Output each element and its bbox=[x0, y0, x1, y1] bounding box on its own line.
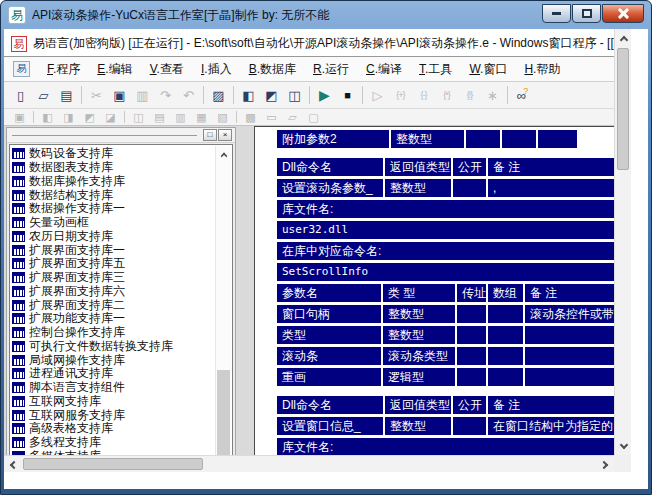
table-label-cell[interactable]: 库文件名: bbox=[277, 438, 631, 456]
table-cell[interactable] bbox=[453, 179, 486, 197]
pause-button[interactable]: ∗ bbox=[481, 85, 504, 106]
cut-button[interactable]: ✂ bbox=[85, 85, 108, 106]
table-cell[interactable]: 重画 bbox=[277, 368, 381, 386]
table-cell[interactable]: 整数型 bbox=[391, 130, 464, 148]
table-cell[interactable]: 附加参数2 bbox=[277, 130, 389, 148]
table-cell[interactable]: 整数型 bbox=[383, 305, 455, 323]
library-item[interactable]: 扩展界面支持库三 bbox=[12, 271, 214, 285]
library-item[interactable]: 控制台操作支持库 bbox=[12, 326, 214, 340]
menu-b[interactable]: B.数据库 bbox=[249, 61, 296, 78]
table-cell[interactable]: 类型 bbox=[277, 326, 381, 344]
maximize-button[interactable] bbox=[572, 4, 601, 23]
table-cell[interactable]: 设置滚动条参数_ bbox=[277, 179, 383, 197]
library-item[interactable]: 扩展界面支持库二 bbox=[12, 298, 214, 312]
library-item[interactable]: 互联网服务支持库 bbox=[12, 408, 214, 422]
menu-c[interactable]: C.编译 bbox=[366, 61, 402, 78]
menu-h[interactable]: H.帮助 bbox=[524, 61, 560, 78]
table-header-cell[interactable]: 返回值类型 bbox=[385, 396, 451, 414]
align-top-button[interactable]: ▥ bbox=[170, 110, 191, 124]
table-cell[interactable] bbox=[538, 130, 577, 148]
copy-button[interactable]: ▣ bbox=[108, 85, 131, 106]
library-scroll-up-button[interactable] bbox=[216, 146, 232, 161]
debug-run-button[interactable]: ▷ bbox=[366, 85, 389, 106]
table-cell[interactable]: 滚动条 bbox=[277, 347, 381, 365]
scroll-left-button[interactable] bbox=[4, 456, 21, 472]
library-item[interactable]: 数码设备支持库 bbox=[12, 147, 214, 161]
space-equal-h-button[interactable]: ▭ bbox=[261, 110, 282, 124]
library-scrollbar[interactable] bbox=[215, 146, 231, 472]
form-grid-button[interactable]: ▣ bbox=[9, 110, 30, 124]
table-cell[interactable] bbox=[488, 347, 523, 365]
menu-w[interactable]: W.窗口 bbox=[469, 61, 507, 78]
remove-breakpoint-button[interactable]: {-} bbox=[412, 85, 435, 106]
table-cell[interactable] bbox=[488, 326, 523, 344]
library-item[interactable]: 数据图表支持库 bbox=[12, 161, 214, 175]
library-item[interactable]: 扩展功能支持库一 bbox=[12, 312, 214, 326]
layout-split-top-button[interactable]: ◩ bbox=[260, 85, 283, 106]
menu-v[interactable]: V.查看 bbox=[150, 61, 184, 78]
make-same-width-button[interactable]: ▧ bbox=[212, 110, 233, 124]
close-button[interactable] bbox=[602, 4, 644, 23]
menu-e[interactable]: E.编辑 bbox=[97, 61, 132, 78]
minimize-button[interactable] bbox=[542, 4, 571, 23]
library-item[interactable]: 可执行文件数据转换支持库 bbox=[12, 340, 214, 354]
size-to-grid-button[interactable]: ▢ bbox=[303, 110, 324, 124]
center-vertical-button[interactable]: ▤ bbox=[149, 110, 170, 124]
table-label-cell[interactable]: 库文件名: bbox=[277, 200, 631, 218]
library-item[interactable]: 高级表格支持库 bbox=[12, 422, 214, 436]
space-equal-v-button[interactable]: ▱ bbox=[282, 110, 303, 124]
horizontal-scrollbar[interactable] bbox=[4, 455, 614, 472]
library-item[interactable]: 数据结构支持库 bbox=[12, 188, 214, 202]
table-header-cell[interactable]: 参数名 bbox=[277, 284, 381, 302]
table-cell[interactable] bbox=[488, 305, 523, 323]
save-file-button[interactable]: ▤ bbox=[55, 85, 78, 106]
table-header-cell[interactable]: Dll命令名 bbox=[277, 158, 383, 176]
vertical-scroll-thumb[interactable] bbox=[617, 48, 629, 170]
table-header-cell[interactable]: 备 注 bbox=[488, 396, 631, 414]
align-bottom-button[interactable]: ▦ bbox=[191, 110, 212, 124]
layout-split-left-button[interactable]: ◧ bbox=[237, 85, 260, 106]
attach-left-button[interactable]: ◧ bbox=[37, 110, 58, 124]
table-cell[interactable]: 滚动条类型 bbox=[383, 347, 455, 365]
undo-button[interactable]: ↶ bbox=[177, 85, 200, 106]
table-header-cell[interactable]: 数组 bbox=[488, 284, 523, 302]
table-cell[interactable] bbox=[457, 368, 486, 386]
table-header-cell[interactable]: 公开 bbox=[453, 158, 486, 176]
vertical-scrollbar[interactable] bbox=[614, 29, 631, 455]
menu-i[interactable]: I.插入 bbox=[201, 61, 232, 78]
table-cell[interactable]: 整数型 bbox=[385, 179, 451, 197]
find-command-button[interactable]: ∞? bbox=[511, 85, 534, 106]
menu-t[interactable]: T.工具 bbox=[419, 61, 452, 78]
library-item[interactable]: 农历日期支持库 bbox=[12, 230, 214, 244]
library-panel-titlebar[interactable]: □ × bbox=[7, 128, 235, 143]
table-header-cell[interactable]: 公开 bbox=[453, 396, 486, 414]
make-same-height-button[interactable]: ▩ bbox=[240, 110, 261, 124]
table-cell[interactable] bbox=[502, 130, 536, 148]
insert-breakpoint-button[interactable]: {+} bbox=[389, 85, 412, 106]
scroll-up-button[interactable] bbox=[615, 29, 631, 46]
menu-f[interactable]: F.程序 bbox=[47, 61, 80, 78]
table-cell[interactable] bbox=[457, 326, 486, 344]
library-item[interactable]: 矢量动画框 bbox=[12, 216, 214, 230]
horizontal-scroll-thumb[interactable] bbox=[23, 458, 203, 470]
table-cell[interactable] bbox=[488, 368, 523, 386]
center-horizontal-button[interactable]: ◫ bbox=[128, 110, 149, 124]
stop-button[interactable]: ■ bbox=[336, 85, 359, 106]
scroll-right-button[interactable] bbox=[597, 456, 614, 472]
table-header-cell[interactable]: 返回值类型 bbox=[385, 158, 451, 176]
table-header-cell[interactable]: 备 注 bbox=[488, 158, 631, 176]
table-cell[interactable]: 逻辑型 bbox=[383, 368, 455, 386]
attach-right-button[interactable]: ◨ bbox=[58, 110, 79, 124]
table-cell[interactable]: 设置窗口信息_ bbox=[277, 417, 383, 435]
table-cell[interactable]: 整数型 bbox=[385, 417, 451, 435]
layout-split-grid-button[interactable]: ◫ bbox=[283, 85, 306, 106]
library-item[interactable]: 数据库操作支持库 bbox=[12, 175, 214, 189]
library-item[interactable]: 局域网操作支持库 bbox=[12, 353, 214, 367]
table-cell[interactable]: 在窗口结构中为指定的窗口设置信息 bbox=[488, 417, 631, 435]
menu-r[interactable]: R.运行 bbox=[313, 61, 349, 78]
toggle-breakpoint-button[interactable]: {!} bbox=[458, 85, 481, 106]
table-cell[interactable]: 窗口句柄 bbox=[277, 305, 381, 323]
library-item[interactable]: 多线程支持库 bbox=[12, 436, 214, 450]
attach-top-button[interactable]: ◩ bbox=[79, 110, 100, 124]
library-item[interactable]: 数据操作支持库一 bbox=[12, 202, 214, 216]
